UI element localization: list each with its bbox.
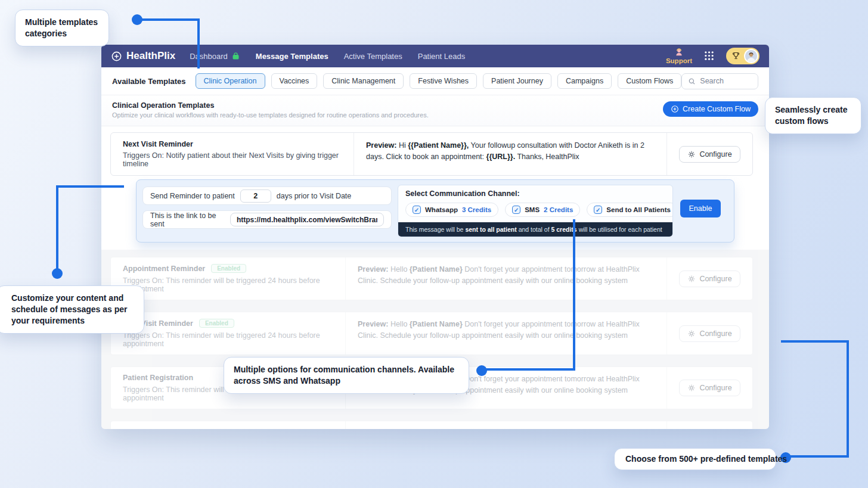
healthplix-logo[interactable]: HealthPlix bbox=[111, 50, 175, 62]
tab-campaigns[interactable]: Campaigns bbox=[557, 73, 612, 89]
support-headset-icon bbox=[674, 48, 684, 57]
create-custom-flow-button[interactable]: Create Custom Flow bbox=[663, 101, 758, 117]
link-label: This is the link to be sent bbox=[150, 212, 225, 228]
communication-channel-box: Select Communication Channel: Whatsapp 3… bbox=[398, 185, 673, 237]
section-header: Clinical Operation Templates Optimize yo… bbox=[101, 95, 769, 126]
template-row-next-visit-reminder: Next Visit ReminderEnabled Triggers On: … bbox=[110, 312, 753, 355]
tab-patient-journey[interactable]: Patient Journey bbox=[483, 73, 551, 89]
row-preview: Preview: Hello {Patient Name} Don't forg… bbox=[346, 421, 667, 429]
connector-dot bbox=[52, 268, 63, 279]
trophy-icon bbox=[731, 51, 740, 60]
nav-patient-leads[interactable]: Patient Leads bbox=[418, 52, 466, 61]
connector-line bbox=[482, 368, 575, 371]
search-icon bbox=[688, 77, 696, 85]
support-button[interactable]: Support bbox=[666, 48, 692, 65]
row-preview: Preview: Hello {Patient Name} Don't forg… bbox=[346, 312, 667, 355]
link-input[interactable] bbox=[230, 213, 384, 226]
sms-checkbox-icon[interactable] bbox=[512, 206, 520, 214]
send-all-checkbox-icon[interactable] bbox=[594, 206, 602, 214]
section-title: Clinical Operation Templates bbox=[112, 101, 429, 110]
gear-icon bbox=[687, 330, 696, 338]
template-title: Next Visit Reminder bbox=[123, 140, 342, 148]
gear-icon bbox=[687, 384, 696, 392]
template-card-next-visit-reminder: Next Visit Reminder Triggers On: Notify … bbox=[110, 132, 753, 176]
connector-dot bbox=[476, 365, 487, 376]
connector-line bbox=[137, 18, 200, 21]
faded-template-list: Appointment ReminderEnabled Triggers On:… bbox=[101, 250, 769, 429]
apps-grid-icon[interactable] bbox=[704, 51, 714, 61]
connector-line bbox=[847, 340, 849, 458]
connector-line bbox=[197, 18, 200, 69]
row-preview: Preview: Hello {Patient Name} Don't forg… bbox=[346, 257, 667, 300]
gear-icon bbox=[687, 150, 696, 158]
support-label: Support bbox=[666, 57, 692, 65]
template-triggers: Triggers On: Notify patient about their … bbox=[123, 151, 342, 168]
connector-line bbox=[786, 455, 849, 458]
plus-circle-icon bbox=[671, 105, 679, 113]
nav-active-templates[interactable]: Active Templates bbox=[344, 52, 402, 61]
category-pills: Clinic Operation Vaccines Clinic Managem… bbox=[196, 73, 682, 89]
whatsapp-checkbox-icon[interactable] bbox=[413, 206, 421, 214]
search-box bbox=[681, 73, 758, 89]
template-category-bar: Available Templates Clinic Operation Vac… bbox=[101, 67, 769, 95]
available-templates-label: Available Templates bbox=[112, 77, 186, 86]
link-row: This is the link to be sent bbox=[142, 210, 392, 229]
tab-festive-wishes[interactable]: Festive Wishes bbox=[410, 73, 477, 89]
reminder-suffix-label: days prior to Visit Date bbox=[277, 192, 352, 200]
days-prior-input[interactable] bbox=[240, 189, 271, 203]
row-title: RX bbox=[123, 428, 133, 429]
section-subtitle: Optimize your clinical workflows with re… bbox=[112, 111, 429, 119]
top-navbar: HealthPlix Dashboard Message Templates A… bbox=[101, 45, 769, 67]
connector-line bbox=[56, 185, 124, 188]
profile-pill[interactable] bbox=[726, 48, 760, 64]
channel-send-all[interactable]: Send to All Patients bbox=[587, 203, 673, 217]
row-triggers: Triggers On: This reminder will be trigg… bbox=[123, 276, 333, 293]
channel-whatsapp[interactable]: Whatsapp 3 Credits bbox=[405, 203, 498, 217]
template-row-appointment-reminder: Appointment ReminderEnabled Triggers On:… bbox=[110, 257, 753, 300]
user-avatar bbox=[744, 49, 758, 63]
channel-title: Select Communication Channel: bbox=[405, 189, 665, 198]
connector-line bbox=[56, 185, 58, 275]
connector-line bbox=[573, 219, 575, 371]
callout-predefined-templates: Choose from 500+ pre-defined templates bbox=[614, 448, 776, 470]
configure-button[interactable]: Configure bbox=[679, 271, 740, 287]
enabled-badge: Enabled bbox=[199, 319, 234, 328]
configure-button[interactable]: Configure bbox=[679, 146, 740, 163]
primary-nav: Dashboard Message Templates Active Templ… bbox=[190, 52, 465, 61]
callout-communication-channels: Multiple options for communication chann… bbox=[224, 357, 469, 394]
callout-templates-categories: Multiple templates categories bbox=[15, 10, 109, 46]
configure-button[interactable]: Configure bbox=[679, 380, 740, 396]
brand-name: HealthPlix bbox=[126, 50, 175, 62]
callout-custom-flows: Seamlessly create custom flows bbox=[765, 97, 861, 134]
row-title: Patient Registration bbox=[123, 374, 193, 382]
configure-button[interactable]: Configure bbox=[679, 325, 740, 342]
brand-circle-icon bbox=[111, 51, 122, 62]
reminder-prefix-label: Send Reminder to patient bbox=[150, 192, 235, 200]
tab-custom-flows[interactable]: Custom Flows bbox=[618, 73, 681, 89]
navbar-right: Support bbox=[666, 48, 760, 65]
tab-vaccines[interactable]: Vaccines bbox=[271, 73, 318, 89]
nav-message-templates[interactable]: Message Templates bbox=[256, 52, 328, 61]
channel-sms[interactable]: SMS 2 Credits bbox=[505, 203, 580, 217]
enabled-badge: Enabled bbox=[211, 264, 246, 273]
callout-customize-content: Customize your content and schedule of m… bbox=[0, 285, 144, 334]
dashboard-bag-icon bbox=[231, 52, 240, 61]
row-triggers: Triggers On: This reminder will be trigg… bbox=[123, 331, 333, 348]
enable-button[interactable]: Enable bbox=[680, 200, 721, 217]
template-row-rx: RX Triggers On: This reminder will be tr… bbox=[110, 421, 753, 429]
screenshot-canvas: HealthPlix Dashboard Message Templates A… bbox=[0, 0, 868, 488]
tab-clinic-operation[interactable]: Clinic Operation bbox=[196, 73, 265, 89]
credits-notice-bar: This message will be sent to all patient… bbox=[398, 222, 672, 237]
connector-dot bbox=[132, 14, 142, 25]
template-preview: Preview: Hi {{Patient Name}}, Your follo… bbox=[354, 133, 667, 175]
connector-line bbox=[781, 340, 849, 343]
search-input[interactable] bbox=[700, 77, 752, 85]
reminder-days-row: Send Reminder to patient days prior to V… bbox=[142, 187, 392, 205]
row-title: Appointment Reminder bbox=[123, 265, 205, 273]
template-config-panel: Send Reminder to patient days prior to V… bbox=[136, 179, 734, 243]
tab-clinic-management[interactable]: Clinic Management bbox=[323, 73, 404, 89]
gear-icon bbox=[687, 275, 696, 283]
